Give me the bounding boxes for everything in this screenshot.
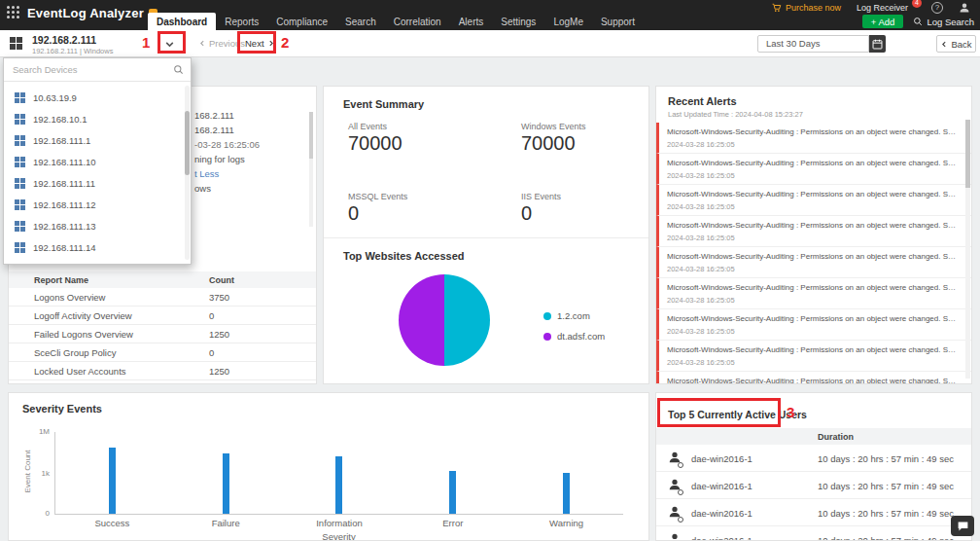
device-detail-fragment: 168.2.111	[194, 125, 234, 135]
table-row[interactable]: Failed Logons Overview 1250	[9, 325, 316, 343]
alert-item[interactable]: Microsoft-Windows-Security-Auditing : Pe…	[656, 278, 971, 309]
severity-bar[interactable]	[335, 456, 342, 514]
alerts-scrollbar[interactable]	[965, 120, 970, 379]
top-websites-pie[interactable]	[399, 274, 490, 366]
add-button[interactable]: + Add	[862, 15, 904, 28]
summary-value[interactable]: 70000	[521, 132, 576, 155]
table-row[interactable]: SceCli Group Policy 0	[9, 343, 316, 362]
tab-settings[interactable]: Settings	[492, 13, 544, 30]
severity-bar[interactable]	[563, 473, 570, 515]
report-count-cell: 3750	[209, 292, 229, 303]
alert-item[interactable]: Microsoft-Windows-Security-Auditing : Pe…	[656, 185, 971, 216]
alert-item[interactable]: Microsoft-Windows-Security-Auditing : Pe…	[656, 123, 971, 154]
support-chat-widget[interactable]	[951, 516, 974, 536]
tab-dashboard[interactable]: Dashboard	[148, 13, 216, 30]
device-list-item[interactable]: 10.63.19.9	[4, 87, 191, 108]
scrollbar-thumb[interactable]	[309, 112, 313, 159]
calendar-button[interactable]	[869, 35, 886, 53]
purchase-now-link[interactable]: Purchase now	[772, 3, 841, 13]
alert-timestamp: 2024-03-28 16:25:05	[667, 234, 958, 242]
severity-bar[interactable]	[109, 448, 116, 514]
device-list-item[interactable]: 192.168.111.12	[4, 194, 191, 215]
device-card-scrollbar[interactable]	[309, 112, 313, 227]
scrollbar-thumb[interactable]	[185, 111, 190, 175]
severity-bar[interactable]	[223, 453, 229, 514]
table-row[interactable]: Locked User Accounts 1250	[9, 362, 316, 380]
alert-item[interactable]: Microsoft-Windows-Security-Auditing : Pe…	[656, 372, 971, 384]
report-count-cell: 0	[209, 310, 214, 321]
user-name-cell[interactable]: dae-win2016-1	[691, 535, 752, 541]
bar-slot: Success	[55, 432, 169, 514]
user-name-cell[interactable]: dae-win2016-1	[691, 453, 752, 464]
report-name-cell[interactable]: Locked User Accounts	[9, 366, 209, 377]
device-detail-fragment: -03-28 16:25:06	[194, 139, 260, 150]
device-list-item[interactable]: 192.168.111.13	[4, 215, 191, 236]
summary-value[interactable]: 70000	[348, 132, 402, 155]
device-name: 192.168.111.13	[33, 221, 96, 232]
alert-item[interactable]: Microsoft-Windows-Security-Auditing : Pe…	[656, 341, 971, 372]
tab-support[interactable]: Support	[592, 13, 644, 30]
device-list-item[interactable]: 192.168.111.14	[4, 236, 191, 258]
user-avatar-icon[interactable]	[959, 2, 970, 14]
device-list-item[interactable]: 192.168.10.1	[4, 108, 191, 129]
alert-item[interactable]: Microsoft-Windows-Security-Auditing : Pe…	[656, 309, 971, 341]
alert-timestamp: 2024-03-28 16:25:05	[667, 296, 958, 305]
selected-device-name[interactable]: 192.168.2.111	[32, 34, 96, 46]
help-icon[interactable]: ?	[931, 2, 943, 14]
info-icon	[678, 517, 683, 523]
device-detail-fragment[interactable]: t Less	[194, 168, 219, 179]
legend-item[interactable]: 1.2.com	[543, 310, 605, 321]
tab-correlation[interactable]: Correlation	[385, 13, 450, 30]
severity-bar[interactable]	[449, 471, 456, 514]
device-list-item[interactable]: 192.168.111.11	[4, 172, 191, 194]
report-count-cell: 1250	[209, 329, 229, 340]
notification-badge: 4	[912, 0, 922, 8]
tab-search[interactable]: Search	[336, 13, 385, 30]
user-name-cell[interactable]: dae-win2016-1	[691, 508, 752, 519]
sub-header: 192.168.2.111 192.168.2.111 | Windows Pr…	[0, 30, 980, 57]
table-row[interactable]: dae-win2016-1 10 days : 20 hrs : 57 min …	[656, 499, 971, 526]
table-row[interactable]: dae-win2016-1 10 days : 20 hrs : 57 min …	[656, 472, 971, 499]
date-range-picker[interactable]: Last 30 Days	[757, 35, 869, 53]
log-receiver-link[interactable]: Log Receiver 4	[857, 3, 916, 13]
tab-alerts[interactable]: Alerts	[450, 13, 493, 30]
legend-item[interactable]: dt.adsf.com	[543, 331, 605, 342]
device-dropdown-toggle[interactable]	[164, 39, 175, 50]
user-name-cell[interactable]: dae-win2016-1	[691, 481, 752, 491]
selected-device-icon	[10, 37, 22, 50]
apps-grid-icon[interactable]	[7, 6, 19, 18]
device-list-item[interactable]: 192.168.111.10	[4, 151, 191, 172]
top-bar: EventLog Analyzer Purchase now Log Recei…	[0, 0, 980, 30]
table-row[interactable]: Logoff Activity Overview 0	[9, 307, 316, 325]
table-row[interactable]: dae-win2016-1 10 days : 20 hrs : 57 min …	[656, 526, 971, 541]
table-row[interactable]: Logons Overview 3750	[9, 288, 316, 307]
table-row[interactable]: dae-win2016-1 10 days : 20 hrs : 57 min …	[656, 445, 971, 472]
tab-logme[interactable]: LogMe	[544, 13, 592, 30]
summary-value[interactable]: 0	[348, 202, 359, 225]
report-name-cell[interactable]: Failed Logons Overview	[9, 329, 209, 340]
dropdown-scrollbar[interactable]	[185, 86, 190, 260]
search-devices-input[interactable]	[4, 58, 191, 81]
topbar-actions: + Add Log Search	[862, 15, 974, 28]
log-search-button[interactable]: Log Search	[913, 17, 974, 27]
previous-device-button[interactable]: Previous	[198, 38, 245, 49]
report-name-cell[interactable]: Logoff Activity Overview	[9, 310, 209, 321]
alert-item[interactable]: Microsoft-Windows-Security-Auditing : Pe…	[656, 216, 971, 247]
device-list-item[interactable]: 192.168.111.1	[4, 129, 191, 151]
scrollbar-thumb[interactable]	[965, 120, 970, 188]
report-name-cell[interactable]: Logons Overview	[9, 292, 209, 303]
back-label: Back	[951, 39, 971, 50]
report-name-cell[interactable]: SceCli Group Policy	[9, 347, 209, 358]
tab-reports[interactable]: Reports	[216, 13, 267, 30]
next-device-button[interactable]: Next	[245, 38, 275, 49]
search-icon[interactable]	[173, 64, 184, 75]
tab-compliance[interactable]: Compliance	[267, 13, 336, 30]
device-name: 192.168.111.11	[33, 178, 95, 189]
chevron-left-icon	[940, 40, 948, 49]
device-detail-fragment: ning for logs	[194, 154, 245, 164]
back-button[interactable]: Back	[936, 35, 976, 53]
summary-value[interactable]: 0	[521, 202, 532, 225]
user-duration-cell: 10 days : 20 hrs : 57 min : 49 sec	[818, 453, 954, 464]
alert-item[interactable]: Microsoft-Windows-Security-Auditing : Pe…	[656, 247, 971, 278]
alert-item[interactable]: Microsoft-Windows-Security-Auditing : Pe…	[656, 154, 971, 185]
